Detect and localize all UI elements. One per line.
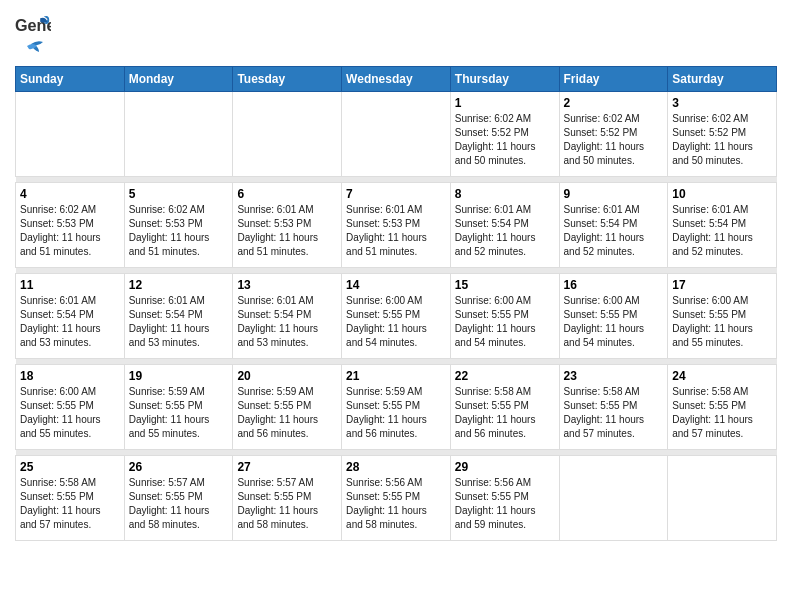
day-number: 6 xyxy=(237,187,337,201)
weekday-header-monday: Monday xyxy=(124,67,233,92)
day-number: 1 xyxy=(455,96,555,110)
calendar-cell: 14Sunrise: 6:00 AM Sunset: 5:55 PM Dayli… xyxy=(342,274,451,359)
calendar-cell: 21Sunrise: 5:59 AM Sunset: 5:55 PM Dayli… xyxy=(342,365,451,450)
day-number: 13 xyxy=(237,278,337,292)
day-number: 4 xyxy=(20,187,120,201)
day-number: 9 xyxy=(564,187,664,201)
day-info: Sunrise: 5:59 AM Sunset: 5:55 PM Dayligh… xyxy=(237,385,337,441)
calendar-cell xyxy=(342,92,451,177)
day-number: 2 xyxy=(564,96,664,110)
calendar-cell: 6Sunrise: 6:01 AM Sunset: 5:53 PM Daylig… xyxy=(233,183,342,268)
day-info: Sunrise: 5:59 AM Sunset: 5:55 PM Dayligh… xyxy=(129,385,229,441)
day-info: Sunrise: 6:02 AM Sunset: 5:52 PM Dayligh… xyxy=(455,112,555,168)
calendar-cell: 13Sunrise: 6:01 AM Sunset: 5:54 PM Dayli… xyxy=(233,274,342,359)
calendar-cell: 19Sunrise: 5:59 AM Sunset: 5:55 PM Dayli… xyxy=(124,365,233,450)
day-number: 3 xyxy=(672,96,772,110)
calendar-cell: 18Sunrise: 6:00 AM Sunset: 5:55 PM Dayli… xyxy=(16,365,125,450)
calendar-cell: 28Sunrise: 5:56 AM Sunset: 5:55 PM Dayli… xyxy=(342,456,451,541)
day-number: 21 xyxy=(346,369,446,383)
day-number: 10 xyxy=(672,187,772,201)
day-info: Sunrise: 6:01 AM Sunset: 5:53 PM Dayligh… xyxy=(237,203,337,259)
calendar-cell xyxy=(124,92,233,177)
calendar-cell xyxy=(16,92,125,177)
day-info: Sunrise: 6:00 AM Sunset: 5:55 PM Dayligh… xyxy=(20,385,120,441)
day-number: 8 xyxy=(455,187,555,201)
calendar-week-row: 18Sunrise: 6:00 AM Sunset: 5:55 PM Dayli… xyxy=(16,365,777,450)
calendar-cell: 3Sunrise: 6:02 AM Sunset: 5:52 PM Daylig… xyxy=(668,92,777,177)
svg-text:General: General xyxy=(15,16,51,34)
day-number: 15 xyxy=(455,278,555,292)
calendar-header: SundayMondayTuesdayWednesdayThursdayFrid… xyxy=(16,67,777,92)
day-number: 14 xyxy=(346,278,446,292)
day-number: 12 xyxy=(129,278,229,292)
calendar-cell: 8Sunrise: 6:01 AM Sunset: 5:54 PM Daylig… xyxy=(450,183,559,268)
day-info: Sunrise: 5:58 AM Sunset: 5:55 PM Dayligh… xyxy=(564,385,664,441)
calendar-cell xyxy=(668,456,777,541)
calendar-cell: 26Sunrise: 5:57 AM Sunset: 5:55 PM Dayli… xyxy=(124,456,233,541)
day-info: Sunrise: 5:58 AM Sunset: 5:55 PM Dayligh… xyxy=(20,476,120,532)
calendar-cell: 1Sunrise: 6:02 AM Sunset: 5:52 PM Daylig… xyxy=(450,92,559,177)
calendar-week-row: 11Sunrise: 6:01 AM Sunset: 5:54 PM Dayli… xyxy=(16,274,777,359)
calendar-cell: 15Sunrise: 6:00 AM Sunset: 5:55 PM Dayli… xyxy=(450,274,559,359)
day-number: 28 xyxy=(346,460,446,474)
day-info: Sunrise: 5:59 AM Sunset: 5:55 PM Dayligh… xyxy=(346,385,446,441)
calendar-week-row: 1Sunrise: 6:02 AM Sunset: 5:52 PM Daylig… xyxy=(16,92,777,177)
day-info: Sunrise: 5:58 AM Sunset: 5:55 PM Dayligh… xyxy=(455,385,555,441)
calendar-cell: 10Sunrise: 6:01 AM Sunset: 5:54 PM Dayli… xyxy=(668,183,777,268)
calendar-week-row: 25Sunrise: 5:58 AM Sunset: 5:55 PM Dayli… xyxy=(16,456,777,541)
day-info: Sunrise: 5:56 AM Sunset: 5:55 PM Dayligh… xyxy=(346,476,446,532)
calendar-cell: 20Sunrise: 5:59 AM Sunset: 5:55 PM Dayli… xyxy=(233,365,342,450)
day-info: Sunrise: 6:00 AM Sunset: 5:55 PM Dayligh… xyxy=(455,294,555,350)
day-info: Sunrise: 5:57 AM Sunset: 5:55 PM Dayligh… xyxy=(237,476,337,532)
day-info: Sunrise: 5:56 AM Sunset: 5:55 PM Dayligh… xyxy=(455,476,555,532)
day-info: Sunrise: 6:00 AM Sunset: 5:55 PM Dayligh… xyxy=(672,294,772,350)
calendar-cell: 24Sunrise: 5:58 AM Sunset: 5:55 PM Dayli… xyxy=(668,365,777,450)
day-number: 26 xyxy=(129,460,229,474)
weekday-header-tuesday: Tuesday xyxy=(233,67,342,92)
day-info: Sunrise: 6:02 AM Sunset: 5:53 PM Dayligh… xyxy=(129,203,229,259)
day-number: 7 xyxy=(346,187,446,201)
calendar-cell xyxy=(559,456,668,541)
day-number: 24 xyxy=(672,369,772,383)
weekday-header-sunday: Sunday xyxy=(16,67,125,92)
calendar-cell: 27Sunrise: 5:57 AM Sunset: 5:55 PM Dayli… xyxy=(233,456,342,541)
calendar-table: SundayMondayTuesdayWednesdayThursdayFrid… xyxy=(15,66,777,541)
calendar-cell: 7Sunrise: 6:01 AM Sunset: 5:53 PM Daylig… xyxy=(342,183,451,268)
calendar-cell: 4Sunrise: 6:02 AM Sunset: 5:53 PM Daylig… xyxy=(16,183,125,268)
day-number: 23 xyxy=(564,369,664,383)
calendar-body: 1Sunrise: 6:02 AM Sunset: 5:52 PM Daylig… xyxy=(16,92,777,541)
day-number: 17 xyxy=(672,278,772,292)
weekday-header-row: SundayMondayTuesdayWednesdayThursdayFrid… xyxy=(16,67,777,92)
day-info: Sunrise: 6:01 AM Sunset: 5:54 PM Dayligh… xyxy=(455,203,555,259)
day-info: Sunrise: 6:01 AM Sunset: 5:53 PM Dayligh… xyxy=(346,203,446,259)
day-number: 19 xyxy=(129,369,229,383)
day-info: Sunrise: 6:01 AM Sunset: 5:54 PM Dayligh… xyxy=(20,294,120,350)
calendar-cell: 9Sunrise: 6:01 AM Sunset: 5:54 PM Daylig… xyxy=(559,183,668,268)
calendar-cell: 29Sunrise: 5:56 AM Sunset: 5:55 PM Dayli… xyxy=(450,456,559,541)
page-header: General xyxy=(15,10,777,60)
calendar-cell: 23Sunrise: 5:58 AM Sunset: 5:55 PM Dayli… xyxy=(559,365,668,450)
day-number: 18 xyxy=(20,369,120,383)
calendar-cell: 11Sunrise: 6:01 AM Sunset: 5:54 PM Dayli… xyxy=(16,274,125,359)
day-info: Sunrise: 6:02 AM Sunset: 5:52 PM Dayligh… xyxy=(672,112,772,168)
day-number: 11 xyxy=(20,278,120,292)
day-info: Sunrise: 6:01 AM Sunset: 5:54 PM Dayligh… xyxy=(129,294,229,350)
day-number: 16 xyxy=(564,278,664,292)
day-info: Sunrise: 6:01 AM Sunset: 5:54 PM Dayligh… xyxy=(672,203,772,259)
logo: General xyxy=(15,10,51,60)
day-info: Sunrise: 6:02 AM Sunset: 5:52 PM Dayligh… xyxy=(564,112,664,168)
calendar-cell: 17Sunrise: 6:00 AM Sunset: 5:55 PM Dayli… xyxy=(668,274,777,359)
day-number: 27 xyxy=(237,460,337,474)
day-number: 22 xyxy=(455,369,555,383)
calendar-week-row: 4Sunrise: 6:02 AM Sunset: 5:53 PM Daylig… xyxy=(16,183,777,268)
calendar-cell: 2Sunrise: 6:02 AM Sunset: 5:52 PM Daylig… xyxy=(559,92,668,177)
calendar-cell: 16Sunrise: 6:00 AM Sunset: 5:55 PM Dayli… xyxy=(559,274,668,359)
day-info: Sunrise: 6:02 AM Sunset: 5:53 PM Dayligh… xyxy=(20,203,120,259)
calendar-cell xyxy=(233,92,342,177)
logo-bird-icon xyxy=(17,40,45,60)
day-number: 5 xyxy=(129,187,229,201)
weekday-header-thursday: Thursday xyxy=(450,67,559,92)
day-info: Sunrise: 5:57 AM Sunset: 5:55 PM Dayligh… xyxy=(129,476,229,532)
weekday-header-friday: Friday xyxy=(559,67,668,92)
day-number: 29 xyxy=(455,460,555,474)
